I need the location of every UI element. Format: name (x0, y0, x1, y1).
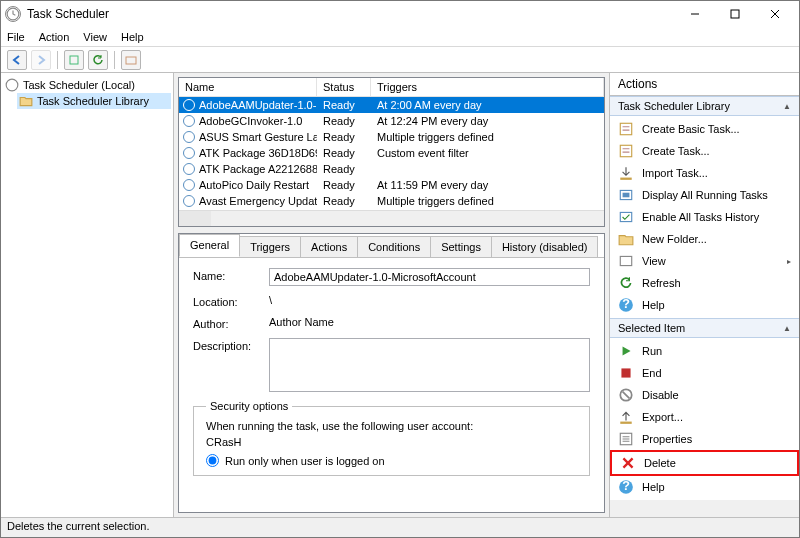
clock-icon (183, 147, 195, 159)
toolbar-icon-1[interactable] (64, 50, 84, 70)
back-button[interactable] (7, 50, 27, 70)
tab-general[interactable]: General (179, 234, 240, 257)
task-row[interactable]: ATK Package A22126881260Ready (179, 161, 604, 177)
task-row[interactable]: AdobeGCInvoker-1.0ReadyAt 12:24 PM every… (179, 113, 604, 129)
action-label: Help (642, 299, 665, 311)
task-name: AdobeAAMUpdater-1.0-... (199, 99, 317, 111)
tree-library[interactable]: Task Scheduler Library (17, 93, 171, 109)
center-pane: Name Status Triggers AdobeAAMUpdater-1.0… (174, 73, 610, 517)
action-new-folder[interactable]: New Folder... (610, 228, 799, 250)
header-triggers[interactable]: Triggers (371, 78, 604, 96)
action-label: Disable (642, 389, 679, 401)
security-options: Security options When running the task, … (193, 400, 590, 476)
svg-point-4 (6, 79, 18, 91)
tree-library-label: Task Scheduler Library (37, 95, 149, 107)
task-name: AdobeGCInvoker-1.0 (199, 115, 302, 127)
action-disable[interactable]: Disable (610, 384, 799, 406)
task-name: Avast Emergency Update (199, 195, 317, 207)
header-status[interactable]: Status (317, 78, 371, 96)
action-label: Delete (644, 457, 676, 469)
action-help[interactable]: ?Help (610, 476, 799, 498)
menu-help[interactable]: Help (121, 31, 144, 43)
tab-conditions[interactable]: Conditions (357, 236, 431, 257)
clock-icon (5, 78, 19, 92)
name-field[interactable] (269, 268, 590, 286)
refresh-icon (618, 275, 634, 291)
svg-rect-5 (620, 123, 631, 134)
display-icon (618, 187, 634, 203)
detail-tabs: General Triggers Actions Conditions Sett… (179, 234, 604, 258)
menu-action[interactable]: Action (39, 31, 70, 43)
horizontal-scrollbar[interactable] (179, 210, 604, 226)
task-name: AutoPico Daily Restart (199, 179, 309, 191)
tab-actions[interactable]: Actions (300, 236, 358, 257)
svg-rect-6 (620, 145, 631, 156)
action-label: New Folder... (642, 233, 707, 245)
svg-rect-16 (620, 422, 631, 424)
task-status: Ready (317, 147, 371, 159)
action-help[interactable]: ?Help (610, 294, 799, 316)
clock-icon (183, 163, 195, 175)
action-refresh[interactable]: Refresh (610, 272, 799, 294)
tree-root-label: Task Scheduler (Local) (23, 79, 135, 91)
collapse-icon: ▲ (783, 102, 791, 111)
statusbar: Deletes the current selection. (1, 517, 799, 537)
tab-settings[interactable]: Settings (430, 236, 492, 257)
svg-rect-14 (621, 368, 630, 377)
description-label: Description: (193, 338, 269, 352)
action-create-basic-task[interactable]: Create Basic Task... (610, 118, 799, 140)
menu-file[interactable]: File (7, 31, 25, 43)
action-export[interactable]: Export... (610, 406, 799, 428)
action-view[interactable]: View▸ (610, 250, 799, 272)
action-label: Help (642, 481, 665, 493)
action-label: Create Basic Task... (642, 123, 740, 135)
location-label: Location: (193, 294, 269, 308)
action-display-all-running-tasks[interactable]: Display All Running Tasks (610, 184, 799, 206)
svg-rect-7 (620, 178, 631, 180)
task-trigger: At 11:59 PM every day (371, 179, 604, 191)
tree-root[interactable]: Task Scheduler (Local) (3, 77, 171, 93)
action-import-task[interactable]: Import Task... (610, 162, 799, 184)
toolbar (1, 47, 799, 73)
minimize-button[interactable] (675, 2, 715, 26)
task-row[interactable]: ASUS Smart Gesture Laun...ReadyMultiple … (179, 129, 604, 145)
author-label: Author: (193, 316, 269, 330)
action-end[interactable]: End (610, 362, 799, 384)
new-task-icon (618, 143, 634, 159)
radio-logged-on-input[interactable] (206, 454, 219, 467)
tab-triggers[interactable]: Triggers (239, 236, 301, 257)
description-field[interactable] (269, 338, 590, 392)
action-run[interactable]: Run (610, 340, 799, 362)
forward-button[interactable] (31, 50, 51, 70)
svg-text:?: ? (622, 479, 630, 493)
action-properties[interactable]: Properties (610, 428, 799, 450)
task-row[interactable]: AdobeAAMUpdater-1.0-...ReadyAt 2:00 AM e… (179, 97, 604, 113)
titlebar: Task Scheduler (1, 1, 799, 27)
action-label: Import Task... (642, 167, 708, 179)
task-name: ATK Package 36D18D69AF... (199, 147, 317, 159)
tab-history[interactable]: History (disabled) (491, 236, 599, 257)
security-text: When running the task, use the following… (206, 420, 577, 432)
task-trigger: At 2:00 AM every day (371, 99, 604, 111)
import-icon (618, 165, 634, 181)
close-button[interactable] (755, 2, 795, 26)
action-label: End (642, 367, 662, 379)
toolbar-icon-2[interactable] (121, 50, 141, 70)
action-create-task[interactable]: Create Task... (610, 140, 799, 162)
task-row[interactable]: Avast Emergency UpdateReadyMultiple trig… (179, 193, 604, 209)
task-row[interactable]: AutoPico Daily RestartReadyAt 11:59 PM e… (179, 177, 604, 193)
action-delete[interactable]: Delete (610, 450, 799, 476)
header-name[interactable]: Name (179, 78, 317, 96)
radio-logged-on[interactable]: Run only when user is logged on (206, 454, 577, 467)
security-user: CRasH (206, 436, 577, 448)
task-row[interactable]: ATK Package 36D18D69AF...ReadyCustom eve… (179, 145, 604, 161)
action-label: View (642, 255, 666, 267)
action-enable-all-tasks-history[interactable]: Enable All Tasks History (610, 206, 799, 228)
menu-view[interactable]: View (83, 31, 107, 43)
refresh-button[interactable] (88, 50, 108, 70)
maximize-button[interactable] (715, 2, 755, 26)
task-list-header[interactable]: Name Status Triggers (179, 78, 604, 97)
actions-section-library[interactable]: Task Scheduler Library▲ (610, 96, 799, 116)
clock-icon (183, 99, 195, 111)
actions-section-selected[interactable]: Selected Item▲ (610, 318, 799, 338)
